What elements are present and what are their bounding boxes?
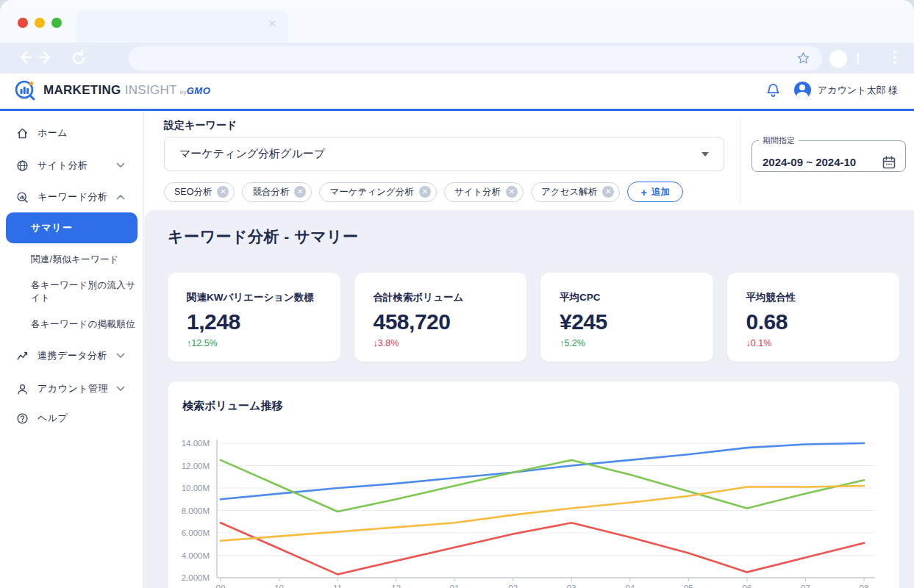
reload-icon[interactable] xyxy=(70,49,88,67)
kpi-card-keyword-variations: 関連KWバリエーション数標 1,248 ↑12.5% xyxy=(168,273,340,362)
chip-remove-icon[interactable]: ✕ xyxy=(419,186,431,198)
svg-text:10: 10 xyxy=(274,584,284,588)
chip-remove-icon[interactable]: ✕ xyxy=(294,186,306,198)
dashboard-area: キーワード分析 - サマリー 関連KWバリエーション数標 1,248 ↑12.5… xyxy=(144,210,914,588)
back-icon[interactable] xyxy=(16,49,32,65)
address-bar[interactable] xyxy=(129,46,822,71)
app-header: MARKETINGINSIGHTbyGMO アカウント太郎 様 xyxy=(0,74,914,111)
keyword-chip[interactable]: 競合分析 ✕ xyxy=(242,182,312,202)
add-keyword-button[interactable]: + 追加 xyxy=(627,182,683,202)
minimize-window-button[interactable] xyxy=(35,18,45,28)
main-content: 設定キーワード マーケティング分析グループ SEO分析 ✕ 競合分析 ✕ マーケ… xyxy=(144,111,914,588)
keyword-chip[interactable]: SEO分析 ✕ xyxy=(164,182,235,202)
sidebar-item-ranking[interactable]: 各キーワードの掲載順位 xyxy=(0,316,143,332)
kpi-delta-down: ↓3.8% xyxy=(374,338,508,348)
svg-text:07: 07 xyxy=(801,584,810,588)
browser-profile-avatar[interactable] xyxy=(829,50,847,68)
chevron-down-icon xyxy=(116,353,125,359)
search-volume-line-chart: 14.00M12.00M10.00M8.000M6.000M4.000M2.00… xyxy=(168,437,899,588)
svg-text:06: 06 xyxy=(743,584,752,588)
chevron-up-icon xyxy=(116,194,125,200)
help-icon xyxy=(16,412,29,425)
sidebar-item-account-management[interactable]: アカウント管理 xyxy=(0,379,143,398)
sidebar-item-inflow-sites[interactable]: 各キーワード別の流入サイト xyxy=(0,284,143,300)
forward-icon[interactable] xyxy=(38,49,54,65)
search-volume-chart-card: 検索ボリューム推移 14.00M12.00M10.00M8.000M6.000M… xyxy=(168,381,899,588)
chip-remove-icon[interactable]: ✕ xyxy=(602,186,614,198)
svg-text:6.000M: 6.000M xyxy=(182,528,210,537)
notification-bell-icon[interactable] xyxy=(765,82,781,98)
close-window-button[interactable] xyxy=(18,18,28,28)
user-avatar-icon xyxy=(794,82,811,98)
calendar-icon[interactable] xyxy=(882,155,896,170)
svg-text:2.000M: 2.000M xyxy=(182,573,210,582)
svg-text:8.000M: 8.000M xyxy=(182,506,210,515)
browser-menu-icon[interactable] xyxy=(893,51,896,66)
keyword-chip[interactable]: マーケティング分析 ✕ xyxy=(319,182,436,202)
svg-text:02: 02 xyxy=(508,584,518,588)
account-menu[interactable]: アカウント太郎 様 xyxy=(794,82,898,98)
svg-text:05: 05 xyxy=(684,584,693,588)
svg-text:03: 03 xyxy=(567,584,576,588)
chart-title: 検索ボリューム推移 xyxy=(182,399,282,413)
sidebar-item-related-keywords[interactable]: 関連/類似キーワード xyxy=(0,251,143,268)
kpi-cards: 関連KWバリエーション数標 1,248 ↑12.5% 合計検索ボリューム 458… xyxy=(168,273,899,362)
svg-text:08: 08 xyxy=(860,584,869,588)
keyword-chip[interactable]: サイト分析 ✕ xyxy=(444,182,524,202)
svg-text:10.00M: 10.00M xyxy=(182,484,210,492)
keyword-chip[interactable]: アクセス解析 ✕ xyxy=(531,182,620,202)
kpi-delta-down: ↓0.1% xyxy=(746,338,881,348)
date-range-label: 期間指定 xyxy=(759,135,799,146)
keyword-filter-panel: 設定キーワード マーケティング分析グループ SEO分析 ✕ 競合分析 ✕ マーケ… xyxy=(144,111,914,210)
svg-text:12.00M: 12.00M xyxy=(182,462,210,470)
app-logo: MARKETINGINSIGHTbyGMO xyxy=(13,79,210,102)
home-icon xyxy=(16,127,29,140)
sidebar: ホーム サイト分析 キーワード分析 xyxy=(0,111,143,588)
svg-text:4.000M: 4.000M xyxy=(182,551,210,560)
chip-remove-icon[interactable]: ✕ xyxy=(217,186,229,198)
kpi-delta-up: ↑5.2% xyxy=(560,338,694,348)
chevron-down-icon xyxy=(116,386,125,392)
kpi-card-total-search-volume: 合計検索ボリューム 458,720 ↓3.8% xyxy=(354,273,527,362)
filter-panel-title: 設定キーワード xyxy=(164,119,237,132)
keyword-chips: SEO分析 ✕ 競合分析 ✕ マーケティング分析 ✕ サイト分析 ✕ アクセス解… xyxy=(164,182,683,202)
filter-divider xyxy=(740,118,740,203)
keyword-group-select[interactable]: マーケティング分析グループ xyxy=(164,137,724,171)
keyword-group-value: マーケティング分析グループ xyxy=(179,147,325,161)
browser-tab[interactable]: ✕ xyxy=(76,10,288,43)
svg-text:01: 01 xyxy=(450,584,460,588)
plus-icon: + xyxy=(640,187,647,198)
browser-window: ✕ xyxy=(0,0,914,588)
bookmark-star-icon[interactable] xyxy=(796,51,810,65)
sidebar-item-help[interactable]: ヘルプ xyxy=(0,409,143,428)
window-controls xyxy=(18,18,62,28)
sidebar-item-home[interactable]: ホーム xyxy=(0,123,143,143)
sidebar-item-keyword-analysis[interactable]: キーワード分析 xyxy=(0,187,143,207)
chip-remove-icon[interactable]: ✕ xyxy=(506,186,518,198)
keyword-search-icon xyxy=(16,191,29,204)
svg-text:14.00M: 14.00M xyxy=(182,439,210,448)
chevron-down-icon xyxy=(116,162,125,168)
page-title: キーワード分析 - サマリー xyxy=(168,226,359,247)
date-range-value: 2024-09 ~ 2024-10 xyxy=(763,156,856,168)
logo-chart-magnifier-icon xyxy=(13,79,37,102)
svg-text:12: 12 xyxy=(391,584,401,588)
toolbar-divider xyxy=(857,53,859,65)
tab-close-icon[interactable]: ✕ xyxy=(268,18,276,29)
user-name: アカウント太郎 様 xyxy=(818,84,898,97)
kpi-card-average-competitiveness: 平均競合性 0.68 ↓0.1% xyxy=(727,273,900,362)
sidebar-item-summary-active[interactable]: サマリー xyxy=(6,212,138,243)
kpi-card-average-cpc: 平均CPC ¥245 ↑5.2% xyxy=(540,273,713,362)
date-range-field[interactable]: 期間指定 2024-09 ~ 2024-10 xyxy=(751,135,906,172)
browser-chrome: ✕ xyxy=(0,0,914,74)
globe-icon xyxy=(16,159,29,172)
kpi-delta-up: ↑12.5% xyxy=(187,338,321,348)
svg-text:04: 04 xyxy=(625,584,635,588)
person-icon xyxy=(16,383,29,395)
select-caret-icon xyxy=(701,152,709,157)
maximize-window-button[interactable] xyxy=(51,18,62,28)
sidebar-item-site-analysis[interactable]: サイト分析 xyxy=(0,156,143,175)
sidebar-item-linked-data-analysis[interactable]: 連携データ分析 xyxy=(0,346,143,365)
svg-text:09: 09 xyxy=(216,584,226,588)
logo-text: MARKETINGINSIGHTbyGMO xyxy=(43,83,210,98)
